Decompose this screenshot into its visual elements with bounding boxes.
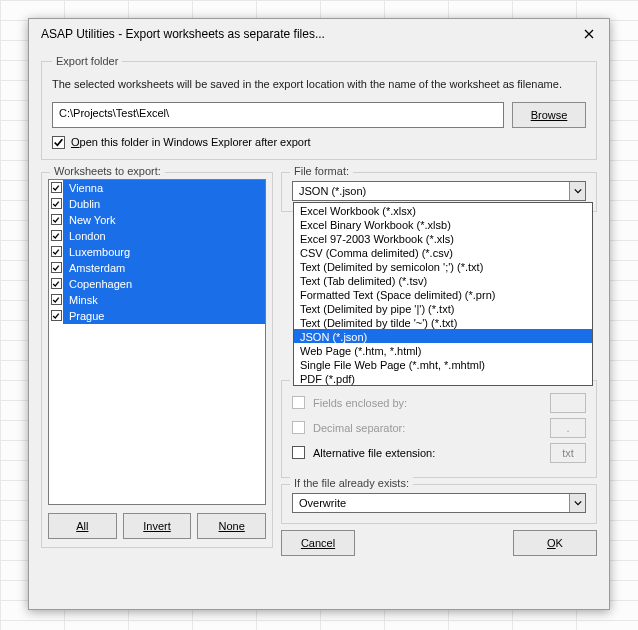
check-icon (52, 232, 60, 240)
fields-enclosed-checkbox (292, 396, 305, 409)
worksheets-list[interactable]: ViennaDublinNew YorkLondonLuxembourgAmst… (48, 179, 266, 505)
list-item[interactable]: Minsk (49, 292, 265, 308)
fields-enclosed-label: Fields enclosed by: (313, 397, 542, 409)
file-format-option[interactable]: Excel 97-2003 Workbook (*.xls) (294, 231, 592, 245)
list-item[interactable]: Amsterdam (49, 260, 265, 276)
worksheet-label: Dublin (63, 196, 265, 212)
select-all-button[interactable]: All (48, 513, 117, 539)
file-format-option[interactable]: CSV (Comma delimited) (*.csv) (294, 245, 592, 259)
file-format-option[interactable]: Excel Workbook (*.xlsx) (294, 203, 592, 217)
worksheet-checkbox[interactable] (49, 276, 63, 292)
file-exists-value: Overwrite (299, 497, 346, 509)
worksheets-legend: Worksheets to export: (50, 165, 165, 177)
worksheet-checkbox[interactable] (49, 228, 63, 244)
file-format-dropdown[interactable]: Excel Workbook (*.xlsx)Excel Binary Work… (293, 202, 593, 386)
file-format-option[interactable]: JSON (*.json) (294, 329, 592, 343)
export-folder-legend: Export folder (52, 55, 122, 67)
worksheet-label: Amsterdam (63, 260, 265, 276)
worksheet-label: Prague (63, 308, 265, 324)
decimal-separator-label: Decimal separator: (313, 422, 542, 434)
worksheet-checkbox[interactable] (49, 260, 63, 276)
file-format-option[interactable]: Text (Delimited by semicolon ';') (*.txt… (294, 259, 592, 273)
worksheet-label: Minsk (63, 292, 265, 308)
list-item[interactable]: Dublin (49, 196, 265, 212)
check-icon (52, 184, 60, 192)
worksheet-label: Copenhagen (63, 276, 265, 292)
file-format-option[interactable]: Single File Web Page (*.mht, *.mhtml) (294, 357, 592, 371)
file-format-selected: JSON (*.json) (299, 185, 366, 197)
list-item[interactable]: Copenhagen (49, 276, 265, 292)
file-exists-combo[interactable]: Overwrite (292, 493, 586, 513)
list-item[interactable]: Vienna (49, 180, 265, 196)
file-format-group: File format: JSON (*.json) Excel Workboo… (281, 172, 597, 212)
alt-ext-label: Alternative file extension: (313, 447, 542, 459)
list-item[interactable]: New York (49, 212, 265, 228)
ok-button[interactable]: OK (513, 530, 597, 556)
worksheet-checkbox[interactable] (49, 244, 63, 260)
chevron-down-icon (569, 494, 585, 512)
worksheet-label: New York (63, 212, 265, 228)
file-format-option[interactable]: Formatted Text (Space delimited) (*.prn) (294, 287, 592, 301)
check-icon (52, 248, 60, 256)
file-format-option[interactable]: Web Page (*.htm, *.html) (294, 343, 592, 357)
export-path-input[interactable]: C:\Projects\Test\Excel\ (52, 102, 504, 128)
worksheet-label: Luxembourg (63, 244, 265, 260)
file-format-option[interactable]: Excel Binary Workbook (*.xlsb) (294, 217, 592, 231)
check-icon (52, 312, 60, 320)
chevron-down-icon (569, 182, 585, 200)
select-none-button[interactable]: None (197, 513, 266, 539)
check-icon (52, 200, 60, 208)
titlebar: ASAP Utilities - Export worksheets as se… (29, 19, 609, 49)
alt-ext-input: txt (550, 443, 586, 463)
dialog-title: ASAP Utilities - Export worksheets as se… (41, 27, 577, 41)
decimal-separator-input: . (550, 418, 586, 438)
worksheet-checkbox[interactable] (49, 212, 63, 228)
alt-ext-checkbox[interactable] (292, 446, 305, 459)
close-icon (584, 29, 594, 39)
export-folder-desc: The selected worksheets will be saved in… (52, 77, 586, 92)
cancel-button[interactable]: Cancel (281, 530, 355, 556)
file-exists-group: If the file already exists: Overwrite (281, 484, 597, 524)
list-item[interactable]: Prague (49, 308, 265, 324)
worksheet-checkbox[interactable] (49, 196, 63, 212)
worksheet-label: Vienna (63, 180, 265, 196)
fields-enclosed-input (550, 393, 586, 413)
file-format-option[interactable]: Text (Tab delimited) (*.tsv) (294, 273, 592, 287)
worksheet-checkbox[interactable] (49, 180, 63, 196)
worksheet-label: London (63, 228, 265, 244)
file-format-option[interactable]: PDF (*.pdf) (294, 371, 592, 385)
decimal-separator-checkbox (292, 421, 305, 434)
file-format-option[interactable]: Text (Delimited by tilde '~') (*.txt) (294, 315, 592, 329)
check-icon (52, 216, 60, 224)
invert-button[interactable]: Invert (123, 513, 192, 539)
open-after-export-checkbox[interactable] (52, 136, 65, 149)
file-format-legend: File format: (290, 165, 353, 177)
worksheets-group: Worksheets to export: ViennaDublinNew Yo… (41, 172, 273, 548)
browse-button[interactable]: Browse (512, 102, 586, 128)
list-item[interactable]: Luxembourg (49, 244, 265, 260)
check-icon (52, 280, 60, 288)
worksheet-checkbox[interactable] (49, 292, 63, 308)
worksheet-checkbox[interactable] (49, 308, 63, 324)
check-icon (52, 264, 60, 272)
list-item[interactable]: London (49, 228, 265, 244)
non-standard-settings-group: Use non standard settings: Fields enclos… (281, 380, 597, 478)
file-format-combo[interactable]: JSON (*.json) Excel Workbook (*.xlsx)Exc… (292, 181, 586, 201)
check-icon (52, 296, 60, 304)
export-dialog: ASAP Utilities - Export worksheets as se… (28, 18, 610, 610)
open-after-export-label: Open this folder in Windows Explorer aft… (71, 136, 311, 148)
check-icon (53, 137, 64, 148)
file-format-option[interactable]: Text (Delimited by pipe '|') (*.txt) (294, 301, 592, 315)
file-exists-legend: If the file already exists: (290, 477, 413, 489)
export-folder-group: Export folder The selected worksheets wi… (41, 55, 597, 160)
close-button[interactable] (577, 22, 601, 46)
